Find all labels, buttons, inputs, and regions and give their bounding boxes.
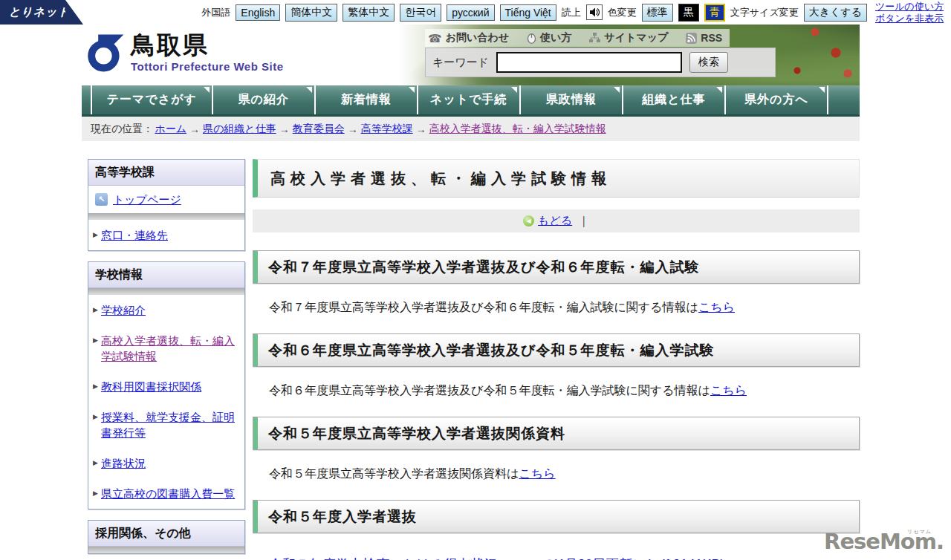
keyword-label: キーワード [432, 56, 489, 70]
lang-button-vietnamese[interactable]: Tiếng Việt [500, 4, 556, 21]
tottori-bird-logo-icon [86, 30, 126, 72]
nav-label: 組織と仕事 [642, 92, 705, 108]
sitemap-label: サイトマップ [604, 31, 668, 45]
sidebar-separator [88, 288, 244, 295]
nav-item-government-info[interactable]: 県政情報 [521, 85, 623, 114]
list-item: ▶ 進路状況 [88, 448, 244, 478]
resemom-watermark: リセマム ReseMom. [824, 529, 944, 554]
breadcrumb-highschool-division[interactable]: 高等学校課 [361, 123, 413, 136]
list-item: ▶ 教科用図書採択関係 [88, 371, 244, 402]
nav-item-outside-prefecture[interactable]: 県外の方へ [726, 85, 828, 114]
fontsize-larger-button[interactable]: 大きくする [804, 4, 867, 22]
sidebar-separator [88, 213, 244, 220]
corner-triangle-icon [511, 87, 517, 93]
sidebar-item-textbook-adoption[interactable]: 教科用図書採択関係 [101, 379, 201, 394]
site-header: 鳥取県 Tottori Prefecture Web Site ☎ お問い合わせ… [82, 25, 860, 85]
watermark-jp-label: リセマム [907, 528, 932, 535]
list-item: ▶ 窓口・連絡先 [88, 220, 244, 250]
breadcrumb-current[interactable]: 高校入学者選抜、転・編入学試験情報 [429, 123, 606, 136]
speaker-button[interactable] [586, 4, 603, 20]
list-item: ▶ 高校入学者選抜、転・編入学試験情報 [88, 325, 244, 371]
back-link[interactable]: もどる [538, 214, 572, 228]
back-bar: ◀ もどる ｜ [253, 209, 860, 232]
foreign-language-label: 外国語 [201, 6, 230, 19]
section-heading-r6: 令和６年度県立高等学校入学者選抜及び令和５年度転・編入学試験 [253, 333, 860, 367]
nav-label: ネットで手続 [430, 92, 507, 108]
torinet-banner[interactable]: とりネット [0, 0, 65, 25]
corner-triangle-icon [716, 87, 722, 93]
triangle-bullet-icon: ▶ [93, 231, 98, 243]
triangle-bullet-icon: ▶ [93, 459, 98, 471]
tool-usage-link[interactable]: ツールの使い方 [875, 1, 950, 13]
breadcrumb-organization[interactable]: 県の組織と仕事 [203, 123, 276, 136]
triangle-bullet-icon: ▶ [93, 306, 98, 318]
corner-triangle-icon [409, 87, 415, 93]
sidebar-item-book-purchase-list[interactable]: 県立高校の図書購入費一覧 [101, 486, 235, 501]
sidebar-item-contact-window[interactable]: 窓口・連絡先 [101, 227, 168, 243]
score-status-pdf-link[interactable]: 令和５年度学力検査における得点状況について(4月20日更新）(pdf:2141K… [269, 557, 724, 560]
speaker-icon [589, 7, 600, 17]
contact-link[interactable]: ☎ お問い合わせ [428, 31, 509, 45]
logo-text: 鳥取県 Tottori Prefecture Web Site [131, 30, 283, 73]
nav-label: 新着情報 [341, 92, 392, 108]
kochira-link-r6[interactable]: こちら [710, 384, 747, 397]
sidebar-box-title: 学校情報 [88, 262, 244, 288]
readout-label: 読上 [562, 6, 581, 19]
rss-link[interactable]: RSS [686, 32, 722, 44]
sidebar-top-link-row: ↖ トップページ [88, 186, 244, 213]
section-heading-r7: 令和７年度県立高等学校入学者選抜及び令和６年度転・編入試験 [253, 250, 860, 284]
kochira-link-r5[interactable]: こちら [519, 467, 555, 480]
nav-item-news[interactable]: 新着情報 [316, 85, 418, 114]
site-logo[interactable]: 鳥取県 Tottori Prefecture Web Site [86, 30, 283, 73]
nav-item-organization[interactable]: 組織と仕事 [623, 85, 726, 114]
site-subtitle: Tottori Prefecture Web Site [131, 60, 283, 73]
sidebar-item-career-status[interactable]: 進路状況 [101, 455, 146, 471]
nav-label: 県の紹介 [238, 92, 288, 108]
corner-triangle-icon [614, 87, 620, 93]
color-black-button[interactable]: 黒 [678, 4, 699, 22]
site-name: 鳥取県 [131, 30, 283, 60]
breadcrumb-board-of-education[interactable]: 教育委員会 [293, 123, 345, 136]
nav-item-online-procedures[interactable]: ネットで手続 [418, 85, 521, 114]
color-blue-button[interactable]: 青 [704, 4, 725, 22]
nav-filler [828, 85, 860, 114]
section-heading-r5-selection: 令和５年度入学者選抜 [253, 500, 860, 533]
lang-button-simplified-chinese[interactable]: 簡体中文 [285, 4, 337, 22]
howto-link[interactable]: 使い方 [527, 31, 571, 45]
hide-buttons-link[interactable]: ボタンを非表示 [875, 13, 950, 25]
breadcrumb-label: 現在の位置： [91, 123, 153, 136]
sidebar-item-top-page[interactable]: トップページ [113, 192, 181, 207]
mouse-icon [527, 33, 536, 44]
corner-triangle-icon [819, 87, 825, 93]
lang-button-korean[interactable]: 한국어 [400, 4, 441, 22]
back-separator: ｜ [578, 214, 589, 228]
triangle-bullet-icon: ▶ [93, 489, 98, 501]
sidebar-item-school-intro[interactable]: 学校紹介 [101, 302, 146, 318]
lang-button-traditional-chinese[interactable]: 繁体中文 [343, 4, 395, 22]
sidebar-item-entrance-exam-info[interactable]: 高校入学者選抜、転・編入学試験情報 [101, 333, 238, 364]
nav-item-theme[interactable]: テーマでさがす [92, 85, 213, 114]
sidebar-box-recruitment: 採用関係、その他 [88, 520, 245, 554]
breadcrumb-home[interactable]: ホーム [155, 123, 186, 136]
sidebar-box-title: 採用関係、その他 [88, 521, 244, 547]
sitemap-link[interactable]: サイトマップ [589, 31, 668, 45]
list-item: ▶ 県立高校の図書購入費一覧 [88, 478, 244, 509]
nav-label: 県外の方へ [744, 92, 808, 108]
fontsize-label: 文字サイズ変更 [730, 6, 799, 19]
keyword-input[interactable] [496, 52, 682, 73]
kochira-link-r7[interactable]: こちら [698, 301, 735, 313]
lang-button-russian[interactable]: русский [447, 4, 494, 21]
search-button[interactable]: 検索 [689, 52, 728, 73]
nav-item-prefecture-intro[interactable]: 県の紹介 [213, 85, 316, 114]
sidebar-item-tuition-support[interactable]: 授業料、就学支援金、証明書発行等 [101, 409, 238, 440]
triangle-bullet-icon: ▶ [93, 336, 98, 364]
lang-button-english[interactable]: English [236, 4, 280, 21]
sitemap-icon [589, 33, 600, 43]
global-nav: テーマでさがす 県の紹介 新着情報 ネットで手続 県政情報 組織と仕事 県外の方… [82, 85, 860, 117]
list-item: ▶ 授業料、就学支援金、証明書発行等 [88, 402, 244, 448]
breadcrumb-separator: → [278, 123, 291, 135]
accessibility-toolbar: とりネット 外国語 English 簡体中文 繁体中文 한국어 русский … [0, 0, 951, 25]
color-default-button[interactable]: 標準 [642, 4, 673, 22]
list-item: ▶ 学校紹介 [88, 295, 244, 325]
sidebar: 高等学校課 ↖ トップページ ▶ 窓口・連絡先 学校情報 ▶ 学校紹介 [88, 159, 245, 560]
